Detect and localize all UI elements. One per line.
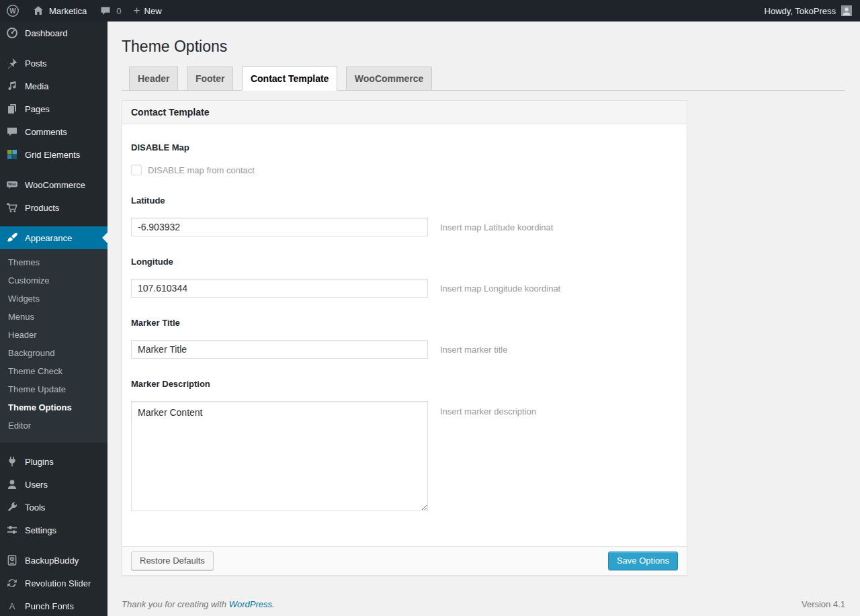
home-icon (32, 4, 45, 17)
sidebar-item-grid-elements[interactable]: Grid Elements (0, 143, 108, 166)
marker-description-textarea[interactable]: Marker Content (131, 401, 428, 511)
disable-map-checkbox[interactable] (131, 165, 142, 175)
contact-template-panel: Contact Template DISABLE Map DISABLE map… (122, 100, 687, 576)
users-icon (5, 478, 19, 491)
sidebar-item-pages[interactable]: Pages (0, 97, 108, 120)
plugin-icon (5, 455, 19, 468)
longitude-hint: Insert map Longitude koordinat (440, 283, 560, 294)
sidebar-item-appearance[interactable]: Appearance (0, 226, 108, 249)
marker-title-label: Marker Title (131, 318, 678, 328)
wrench-icon (5, 500, 19, 514)
save-options-button[interactable]: Save Options (608, 552, 678, 570)
tab-bar: Header Footer Contact Template WooCommer… (122, 67, 845, 91)
comments-count: 0 (116, 6, 121, 16)
submenu-item-customize[interactable]: Customize (0, 271, 108, 290)
new-label: New (144, 6, 162, 16)
page-footer: Thank you for creating with WordPress. V… (122, 599, 845, 609)
latitude-label: Latitude (131, 195, 678, 206)
thanks-prefix: Thank you for creating with (122, 599, 226, 609)
latitude-input[interactable] (131, 218, 428, 236)
longitude-label: Longitude (131, 257, 678, 267)
rotate-arrows-icon (5, 576, 19, 590)
sidebar-item-tools[interactable]: Tools (0, 496, 108, 519)
sidebar-item-label: Media (25, 81, 48, 91)
marker-title-hint: Insert marker title (440, 345, 507, 355)
panel-title: Contact Template (122, 101, 687, 124)
disable-map-label: DISABLE Map (131, 142, 678, 152)
sidebar-item-dashboard[interactable]: Dashboard (0, 21, 108, 44)
svg-text:A: A (9, 601, 15, 611)
svg-text:Woo: Woo (8, 182, 17, 186)
wordpress-logo-menu[interactable]: W (0, 0, 26, 21)
comments-menu[interactable]: 0 (93, 0, 127, 21)
sidebar-item-label: Comments (25, 127, 67, 137)
sidebar-item-revolution-slider[interactable]: Revolution Slider (0, 572, 108, 595)
wordpress-link[interactable]: WordPress (229, 599, 272, 609)
sidebar-item-label: Dashboard (25, 28, 68, 38)
sidebar-item-punch-fonts[interactable]: A Punch Fonts (0, 595, 108, 616)
avatar[interactable] (841, 5, 852, 16)
sidebar-item-label: Products (25, 203, 59, 213)
submenu-item-theme-update[interactable]: Theme Update (0, 380, 108, 398)
tab-woocommerce[interactable]: WooCommerce (346, 67, 432, 91)
sidebar-item-label: BackupBuddy (25, 556, 79, 566)
appearance-submenu: Themes Customize Widgets Menus Header Ba… (0, 249, 108, 443)
brush-icon (5, 231, 19, 245)
submenu-item-themes[interactable]: Themes (0, 253, 108, 271)
panel-footer: Restore Defaults Save Options (122, 546, 687, 575)
sidebar-item-label: Plugins (25, 457, 54, 467)
sidebar-item-plugins[interactable]: Plugins (0, 450, 108, 473)
marker-description-hint: Insert marker description (440, 406, 536, 416)
sidebar-item-comments[interactable]: Comments (0, 120, 108, 143)
sidebar-item-label: Appearance (25, 233, 72, 243)
restore-defaults-button[interactable]: Restore Defaults (131, 552, 214, 570)
sidebar-item-media[interactable]: Media (0, 75, 108, 97)
submenu-item-editor[interactable]: Editor (0, 416, 108, 435)
sidebar-item-settings[interactable]: Settings (0, 519, 108, 541)
howdy-account-label[interactable]: Howdy, TokoPress (765, 6, 836, 16)
media-icon (5, 79, 19, 93)
submenu-item-header[interactable]: Header (0, 326, 108, 344)
tab-footer[interactable]: Footer (187, 67, 234, 91)
submenu-item-theme-options[interactable]: Theme Options (0, 398, 108, 416)
svg-text:W: W (9, 7, 16, 15)
longitude-field: Longitude Insert map Longitude koordinat (131, 257, 678, 298)
submenu-item-widgets[interactable]: Widgets (0, 290, 108, 308)
cart-icon (5, 201, 19, 214)
marker-description-label: Marker Description (131, 379, 678, 389)
submenu-item-background[interactable]: Background (0, 344, 108, 362)
tab-contact-template[interactable]: Contact Template (242, 67, 337, 91)
admin-bar: W Marketica 0 + New Howdy, TokoPress (0, 0, 860, 21)
disable-map-checkbox-label[interactable]: DISABLE map from contact (148, 165, 255, 175)
sidebar-item-users[interactable]: Users (0, 473, 108, 496)
page-title: Theme Options (122, 34, 845, 62)
backup-drive-icon (5, 554, 19, 567)
panel-body: DISABLE Map DISABLE map from contact Lat… (122, 124, 687, 546)
longitude-input[interactable] (131, 279, 428, 298)
site-name-label: Marketica (49, 6, 87, 16)
woocommerce-icon: Woo (5, 178, 19, 191)
sidebar-item-label: Punch Fonts (25, 601, 74, 611)
site-name-menu[interactable]: Marketica (26, 0, 93, 21)
new-content-menu[interactable]: + New (128, 0, 168, 21)
sidebar-item-products[interactable]: Products (0, 196, 108, 219)
marker-description-field: Marker Description Marker Content Insert… (131, 379, 678, 511)
thanks-period: . (272, 599, 275, 609)
wordpress-logo-icon: W (6, 4, 19, 17)
sidebar-item-woocommerce[interactable]: Woo WooCommerce (0, 173, 108, 196)
sidebar-item-backupbuddy[interactable]: BackupBuddy (0, 549, 108, 572)
marker-title-input[interactable] (131, 340, 428, 359)
sidebar-item-label: Grid Elements (25, 150, 80, 160)
footer-thanks-text: Thank you for creating with WordPress. (122, 599, 275, 609)
sliders-icon (5, 523, 19, 537)
latitude-field: Latitude Insert map Latitude koordinat (131, 195, 678, 236)
pages-icon (5, 102, 19, 116)
grid-elements-icon (5, 148, 19, 161)
tab-header[interactable]: Header (129, 67, 178, 91)
submenu-item-theme-check[interactable]: Theme Check (0, 362, 108, 380)
sidebar-item-posts[interactable]: Posts (0, 52, 108, 75)
pushpin-icon (5, 56, 19, 70)
submenu-item-menus[interactable]: Menus (0, 308, 108, 326)
comment-bubble-icon (99, 4, 112, 17)
sidebar-item-label: Pages (25, 104, 50, 114)
